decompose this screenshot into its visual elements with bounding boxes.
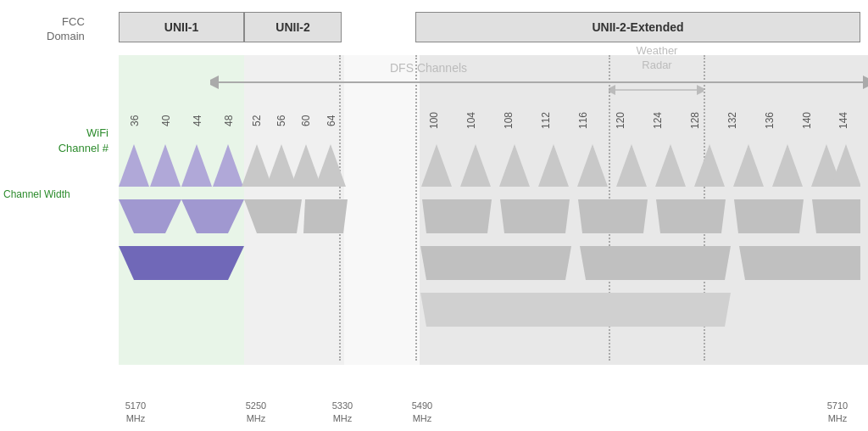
- tri-40mhz-60-64: [303, 199, 348, 233]
- channel-112: 112: [527, 100, 565, 141]
- unii2-channels: 52 56 60 64: [244, 100, 344, 141]
- tri-20mhz-40: [150, 144, 181, 187]
- tri-40mhz-124-128: [656, 199, 726, 233]
- tri-80mhz-120-136: [580, 246, 731, 280]
- freq-5170: 5170MHz: [110, 400, 161, 424]
- tri-20mhz-136: [772, 144, 803, 187]
- tri-80mhz-100-116: [420, 246, 571, 280]
- weather-radar-arrow: [609, 81, 704, 98]
- dfs-label: DFS Channels: [390, 61, 467, 75]
- unii2ext-channels: 100 104 108 112 116 120 124 128 132 136 …: [415, 100, 860, 141]
- channel-140: 140: [788, 100, 826, 141]
- unii1-channels: 36 40 44 48: [119, 100, 244, 141]
- tri-20mhz-36: [119, 144, 149, 187]
- freq-5330: 5330MHz: [317, 400, 368, 424]
- wifi-spectrum-diagram: { "title": "WiFi 5GHz Spectrum Diagram",…: [0, 0, 868, 431]
- channel-60: 60: [293, 100, 319, 141]
- wifi-channel-label: WiFiChannel #: [7, 126, 108, 156]
- tri-20mhz-112: [538, 144, 569, 187]
- tri-20mhz-100: [421, 144, 452, 187]
- unii2-label: UNII-2: [244, 12, 342, 42]
- tri-40mhz-140-144: [812, 199, 860, 233]
- channel-108: 108: [490, 100, 527, 141]
- channel-40: 40: [150, 100, 181, 141]
- unii2ext-band: UNII-2-Extended: [415, 12, 860, 42]
- weather-radar-label: WeatherRadar: [606, 44, 708, 73]
- unii2ext-label: UNII-2-Extended: [415, 12, 860, 42]
- tri-20mhz-48: [213, 144, 243, 187]
- channel-144: 144: [826, 100, 860, 141]
- freq-5710: 5710MHz: [812, 400, 863, 424]
- tri-40mhz-52-56: [244, 199, 302, 233]
- tri-20mhz-108: [499, 144, 530, 187]
- channel-56: 56: [269, 100, 293, 141]
- tri-20mhz-56: [266, 144, 297, 187]
- tri-20mhz-44: [181, 144, 212, 187]
- channel-116: 116: [565, 100, 602, 141]
- tri-20mhz-144: [831, 144, 860, 187]
- tri-40mhz-132-136: [734, 199, 804, 233]
- tri-20mhz-120: [616, 144, 647, 187]
- channel-104: 104: [453, 100, 490, 141]
- unii2-band: UNII-2: [244, 12, 342, 42]
- dfs-arrow: [210, 72, 868, 92]
- tri-40mhz-116-120: [578, 199, 648, 233]
- channel-48: 48: [213, 100, 244, 141]
- tri-40mhz-44-48: [181, 199, 244, 233]
- channel-128: 128: [676, 100, 714, 141]
- tri-80mhz-140-144: [739, 246, 860, 280]
- tri-20mhz-52: [242, 144, 272, 187]
- channel-44: 44: [181, 100, 213, 141]
- freq-5250: 5250MHz: [231, 400, 281, 424]
- channel-width-label: Channel Width: [3, 188, 70, 200]
- tri-80mhz-36-48: [119, 246, 244, 280]
- channel-52: 52: [244, 100, 269, 141]
- unii1-label: UNII-1: [119, 12, 244, 42]
- tri-20mhz-128: [694, 144, 725, 187]
- channel-triangles-svg: [119, 144, 860, 356]
- fcc-domain-label: FCCDomain: [47, 15, 85, 44]
- tri-20mhz-124: [655, 144, 686, 187]
- tri-20mhz-60: [291, 144, 321, 187]
- tri-20mhz-132: [733, 144, 764, 187]
- channel-132: 132: [714, 100, 751, 141]
- tri-40mhz-108-112: [500, 199, 570, 233]
- tri-40mhz-36-40: [119, 199, 181, 233]
- channel-120: 120: [602, 100, 639, 141]
- unii1-band: UNII-1: [119, 12, 244, 42]
- channel-100: 100: [415, 100, 453, 141]
- tri-40mhz-100-104: [422, 199, 492, 233]
- tri-20mhz-116: [577, 144, 608, 187]
- tri-160mhz-100-136: [420, 293, 731, 327]
- channel-136: 136: [751, 100, 788, 141]
- tri-20mhz-64: [315, 144, 346, 187]
- freq-5490: 5490MHz: [397, 400, 448, 424]
- tri-20mhz-104: [460, 144, 491, 187]
- channel-36: 36: [119, 100, 150, 141]
- channel-124: 124: [639, 100, 676, 141]
